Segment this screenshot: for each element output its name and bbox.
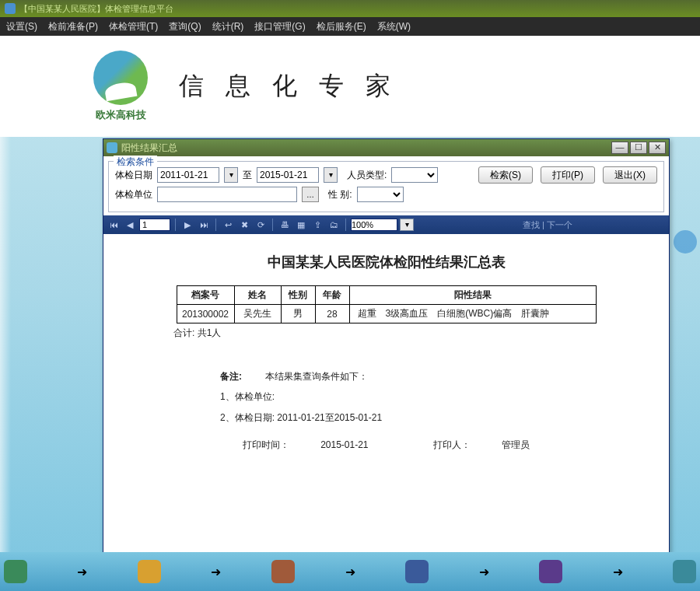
arrow-icon: ➜ xyxy=(345,565,355,579)
report-title: 中国某某人民医院体检阳性结果汇总表 xyxy=(127,253,646,271)
gender-label: 性 别: xyxy=(328,188,352,201)
table-header-row: 档案号 姓名 性别 年龄 阳性结果 xyxy=(177,286,596,305)
left-decorative-strip xyxy=(0,137,11,552)
col-id: 档案号 xyxy=(177,286,234,305)
print-info: 打印时间：2015-01-21 打印人：管理员 xyxy=(127,439,646,452)
unit-input[interactable] xyxy=(157,187,297,202)
close-button[interactable]: ✕ xyxy=(649,142,666,154)
cell-name: 吴先生 xyxy=(234,305,281,323)
back-icon[interactable]: ↩ xyxy=(221,218,235,232)
report-page: 中国某某人民医院体检阳性结果汇总表 档案号 姓名 性别 年龄 阳性结果 2013… xyxy=(103,234,669,561)
cell-age: 28 xyxy=(315,305,349,323)
minimize-button[interactable]: ― xyxy=(611,142,628,154)
date-from-input[interactable] xyxy=(157,167,219,183)
remark-line-2: 2、体检日期: 2011-01-21至2015-01-21 xyxy=(220,407,646,428)
export-icon[interactable]: ⇪ xyxy=(310,218,324,232)
task-icon-3[interactable] xyxy=(268,556,298,587)
tree-icon[interactable]: 🗂 xyxy=(327,218,341,232)
zoom-input[interactable] xyxy=(351,219,397,231)
menu-system[interactable]: 系统(W) xyxy=(377,20,411,33)
date-to-label: 至 xyxy=(243,169,252,182)
next-page-icon[interactable]: ▶ xyxy=(180,218,194,232)
prev-page-icon[interactable]: ◀ xyxy=(123,218,137,232)
remarks-label: 备注: xyxy=(220,371,242,382)
first-page-icon[interactable]: ⏮ xyxy=(107,218,121,232)
cell-result: 超重 3级高血压 白细胞(WBC)偏高 肝囊肿 xyxy=(349,305,596,323)
total-line: 合计: 共1人 xyxy=(173,327,646,340)
person-type-label: 人员类型: xyxy=(347,169,387,182)
arrow-icon: ➜ xyxy=(613,565,623,579)
unit-label: 体检单位 xyxy=(115,188,152,201)
search-criteria-group: 检索条件 体检日期 ▾ 至 ▾ 人员类型: 检索(S) 打印(P) 退出(X) … xyxy=(108,161,664,212)
task-icon-4[interactable] xyxy=(402,556,432,587)
table-row: 201300002 吴先生 男 28 超重 3级高血压 白细胞(WBC)偏高 肝… xyxy=(177,305,596,323)
arrow-icon: ➜ xyxy=(77,565,87,579)
right-nav-strip xyxy=(670,137,700,552)
task-icon-5[interactable] xyxy=(536,556,566,587)
date-from-picker-button[interactable]: ▾ xyxy=(224,167,238,183)
menu-interface[interactable]: 接口管理(G) xyxy=(254,20,305,33)
printer-label: 打印人： xyxy=(433,439,471,450)
date-to-picker-button[interactable]: ▾ xyxy=(324,167,338,183)
logo-caption: 欧米高科技 xyxy=(93,108,148,122)
positive-results-dialog: 阳性结果汇总 ― ☐ ✕ 检索条件 体检日期 ▾ 至 ▾ 人员类型: 检索(S)… xyxy=(103,138,670,553)
cell-id: 201300002 xyxy=(177,305,234,323)
criteria-legend: 检索条件 xyxy=(114,156,157,169)
report-table: 档案号 姓名 性别 年龄 阳性结果 201300002 吴先生 男 28 超重 … xyxy=(177,285,597,323)
remarks-intro: 本结果集查询条件如下： xyxy=(265,371,368,382)
dialog-title: 阳性结果汇总 xyxy=(121,142,177,155)
col-gender: 性别 xyxy=(281,286,315,305)
logo-icon xyxy=(93,51,148,105)
arrow-icon: ➜ xyxy=(211,565,221,579)
menu-query[interactable]: 查询(Q) xyxy=(169,20,201,33)
menu-post-exam[interactable]: 检后服务(E) xyxy=(317,20,366,33)
exit-button[interactable]: 退出(X) xyxy=(603,166,657,184)
dialog-icon xyxy=(107,142,117,153)
main-window-titlebar: 【中国某某人民医院】体检管理信息平台 xyxy=(0,0,700,17)
right-nav-node[interactable] xyxy=(674,230,697,254)
printer: 管理员 xyxy=(502,439,530,450)
page-number-input[interactable] xyxy=(139,219,170,231)
col-result: 阳性结果 xyxy=(349,286,596,305)
menu-statistics[interactable]: 统计(R) xyxy=(212,20,244,33)
menu-exam-manage[interactable]: 体检管理(T) xyxy=(109,20,158,33)
find-nav-text[interactable]: 查找 | 下一个 xyxy=(523,219,572,231)
banner-title: 信息化专家 xyxy=(179,69,412,103)
col-age: 年龄 xyxy=(315,286,349,305)
person-type-select[interactable] xyxy=(391,167,438,183)
remarks-block: 备注:本结果集查询条件如下： 1、体检单位: 2、体检日期: 2011-01-2… xyxy=(220,366,646,428)
main-menu-bar: 设置(S) 检前准备(P) 体检管理(T) 查询(Q) 统计(R) 接口管理(G… xyxy=(0,17,700,36)
gender-select[interactable] xyxy=(357,187,404,202)
task-icon-6[interactable] xyxy=(670,556,700,587)
date-label: 体检日期 xyxy=(115,169,152,182)
menu-settings[interactable]: 设置(S) xyxy=(6,20,37,33)
last-page-icon[interactable]: ⏭ xyxy=(197,218,211,232)
layout-icon[interactable]: ▦ xyxy=(294,218,308,232)
remark-line-1: 1、体检单位: xyxy=(220,386,646,407)
maximize-button[interactable]: ☐ xyxy=(630,142,647,154)
menu-pre-exam[interactable]: 检前准备(P) xyxy=(48,20,98,33)
col-name: 姓名 xyxy=(234,286,281,305)
report-toolbar: ⏮ ◀ ▶ ⏭ ↩ ✖ ⟳ 🖶 ▦ ⇪ 🗂 ▾ 查找 | 下一个 xyxy=(103,215,669,234)
task-icon-2[interactable] xyxy=(134,556,164,587)
refresh-icon[interactable]: ⟳ xyxy=(254,218,268,232)
arrow-icon: ➜ xyxy=(479,565,489,579)
zoom-dropdown-button[interactable]: ▾ xyxy=(400,219,414,231)
search-button[interactable]: 检索(S) xyxy=(478,166,533,184)
unit-lookup-button[interactable]: … xyxy=(302,187,319,202)
print-button[interactable]: 打印(P) xyxy=(541,166,595,184)
app-icon xyxy=(5,3,16,14)
task-icon-1[interactable] xyxy=(0,556,30,587)
stop-icon[interactable]: ✖ xyxy=(237,218,251,232)
print-time: 2015-01-21 xyxy=(320,439,368,450)
print-icon[interactable]: 🖶 xyxy=(278,218,292,232)
print-time-label: 打印时间： xyxy=(243,439,289,450)
cell-gender: 男 xyxy=(281,305,315,323)
dialog-titlebar[interactable]: 阳性结果汇总 ― ☐ ✕ xyxy=(103,139,669,156)
bottom-task-strip: ➜ ➜ ➜ ➜ ➜ xyxy=(0,552,700,591)
banner: 欧米高科技 信息化专家 xyxy=(0,36,700,137)
date-to-input[interactable] xyxy=(257,167,319,183)
main-window-title: 【中国某某人民医院】体检管理信息平台 xyxy=(19,3,173,15)
logo: 欧米高科技 xyxy=(93,51,148,122)
